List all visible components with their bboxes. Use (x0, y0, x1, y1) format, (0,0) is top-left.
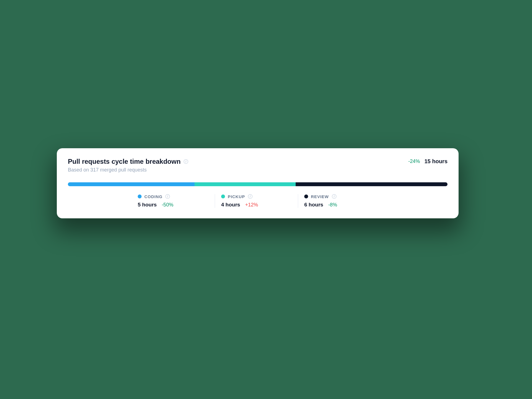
legend-head: PICKUPi (221, 194, 287, 199)
legend-label: REVIEW (311, 194, 329, 199)
legend-value-row: 4 hours+12% (221, 202, 287, 208)
bar-segment-coding (68, 182, 195, 186)
total-value: 15 hours (424, 158, 447, 165)
card-header: Pull requests cycle time breakdown i Bas… (68, 158, 447, 173)
info-icon[interactable]: i (183, 159, 188, 164)
legend-head: REVIEWi (304, 194, 370, 199)
info-icon[interactable]: i (332, 194, 337, 199)
bar-segment-review (296, 182, 447, 186)
legend-value: 5 hours (138, 202, 157, 208)
svg-text:i: i (185, 160, 186, 163)
card-subtitle: Based on 317 merged pull requests (68, 167, 188, 173)
legend-head: CODINGi (138, 194, 204, 199)
summary-group: -24% 15 hours (408, 158, 447, 165)
svg-text:i: i (167, 195, 168, 198)
legend-dot-icon (138, 195, 142, 198)
legend-value-row: 5 hours-50% (138, 202, 204, 208)
legend-dot-icon (304, 195, 308, 198)
card-title: Pull requests cycle time breakdown (68, 158, 181, 165)
legend-item-pickup: PICKUPi4 hours+12% (215, 194, 298, 208)
info-icon[interactable]: i (165, 194, 170, 199)
stacked-bar (68, 182, 447, 186)
legend-item-review: REVIEWi6 hours-8% (298, 194, 381, 208)
legend-dot-icon (221, 195, 225, 198)
legend-delta: -50% (162, 202, 173, 208)
title-line: Pull requests cycle time breakdown i (68, 158, 188, 165)
legend-value: 6 hours (304, 202, 323, 208)
bar-segment-pickup (195, 182, 296, 186)
cycle-time-card: Pull requests cycle time breakdown i Bas… (57, 148, 459, 218)
legend-delta: -8% (328, 202, 337, 208)
svg-text:i: i (250, 195, 251, 198)
total-delta: -24% (408, 158, 420, 164)
svg-text:i: i (334, 195, 335, 198)
legend-value: 4 hours (221, 202, 240, 208)
legend-item-coding: CODINGi5 hours-50% (132, 194, 215, 208)
legend-row: CODINGi5 hours-50%PICKUPi4 hours+12%REVI… (68, 194, 447, 208)
legend-label: CODING (144, 194, 162, 199)
title-group: Pull requests cycle time breakdown i Bas… (68, 158, 188, 173)
info-icon[interactable]: i (248, 194, 253, 199)
legend-label: PICKUP (228, 194, 245, 199)
legend-value-row: 6 hours-8% (304, 202, 370, 208)
legend-delta: +12% (245, 202, 258, 208)
